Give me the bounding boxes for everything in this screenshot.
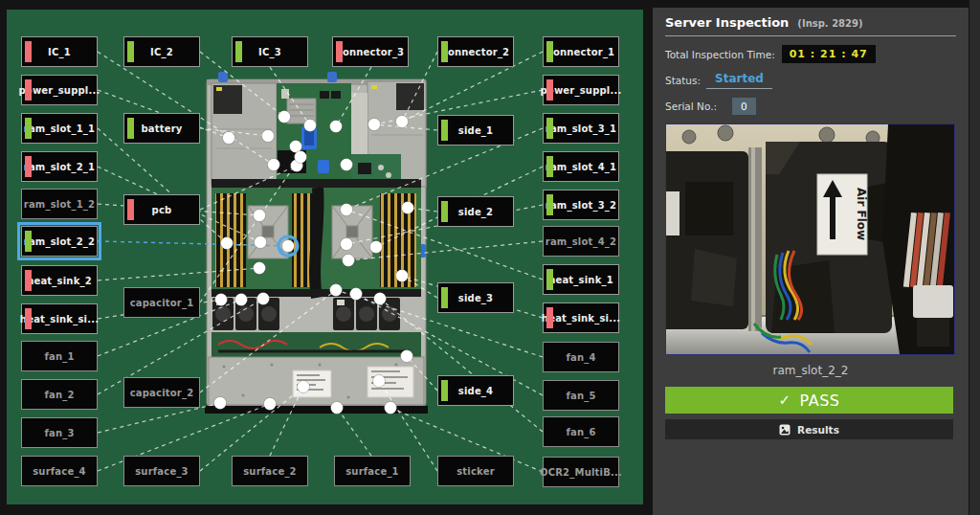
- inspection-point[interactable]: [298, 381, 310, 393]
- inspection-point[interactable]: [401, 350, 413, 363]
- component-label-OCR2_MultiB[interactable]: OCR2_MultiB...: [543, 457, 619, 487]
- inspection-point[interactable]: [396, 270, 409, 282]
- inspection-point[interactable]: [255, 236, 267, 249]
- component-label-ram_slot_3_2[interactable]: ram_slot_3_2: [543, 190, 619, 220]
- component-label-text: side_3: [458, 293, 493, 303]
- component-label-text: capacitor_1: [130, 298, 194, 308]
- results-button[interactable]: Results: [665, 419, 953, 439]
- component-label-ram_slot_4_1[interactable]: ram_slot_4_1: [543, 151, 619, 182]
- component-label-text: side_4: [458, 386, 493, 396]
- component-label-IC_3[interactable]: IC_3: [232, 36, 308, 67]
- component-label-heat_sink_2[interactable]: heat_sink_2: [21, 265, 98, 296]
- component-label-side_2[interactable]: side_2: [437, 196, 514, 227]
- component-label-heat_sink_si[interactable]: heat_sink_si...: [543, 302, 619, 333]
- inspection-point[interactable]: [214, 397, 227, 410]
- component-label-power_suppl[interactable]: power_suppl...: [543, 75, 619, 105]
- component-label-connector_1[interactable]: connector_1: [543, 36, 619, 67]
- component-label-surface_3[interactable]: surface_3: [123, 456, 200, 486]
- component-label-side_1[interactable]: side_1: [437, 115, 514, 146]
- component-label-surface_4[interactable]: surface_4: [21, 456, 98, 486]
- component-label-surface_1[interactable]: surface_1: [334, 456, 411, 486]
- svg-text:Air Flow: Air Flow: [855, 188, 868, 240]
- inspection-point[interactable]: [341, 238, 353, 251]
- status-row: Status: Started: [665, 72, 956, 89]
- inspection-point[interactable]: [402, 202, 414, 214]
- component-label-surface_2[interactable]: surface_2: [232, 456, 308, 486]
- component-label-IC_1[interactable]: IC_1: [21, 36, 98, 67]
- inspection-point[interactable]: [331, 402, 344, 414]
- inspection-point[interactable]: [278, 111, 291, 123]
- status-bar: [441, 201, 448, 222]
- component-label-battery[interactable]: battery: [123, 113, 200, 144]
- component-label-text: ram_slot_1_2: [24, 199, 95, 210]
- inspection-point[interactable]: [295, 151, 307, 164]
- status-bar: [25, 270, 32, 291]
- inspection-point[interactable]: [330, 121, 343, 133]
- component-label-text: connector_2: [442, 47, 510, 57]
- status-bar: [441, 287, 448, 308]
- inspection-point[interactable]: [268, 159, 280, 171]
- component-label-side_3[interactable]: side_3: [437, 282, 514, 313]
- inspection-point[interactable]: [215, 294, 228, 306]
- inspection-point[interactable]: [341, 159, 353, 171]
- component-label-text: ram_slot_3_2: [546, 200, 616, 211]
- component-label-text: fan_1: [44, 351, 74, 362]
- right-edge-strip: [969, 0, 980, 515]
- component-label-ram_slot_2_2[interactable]: ram_slot_2_2: [21, 226, 98, 257]
- inspection-point[interactable]: [330, 284, 343, 297]
- inspection-point[interactable]: [304, 120, 317, 132]
- component-label-side_4[interactable]: side_4: [437, 375, 514, 406]
- serial-value[interactable]: 0: [732, 98, 756, 115]
- inspection-point[interactable]: [262, 130, 275, 143]
- component-label-ram_slot_4_2[interactable]: ram_slot_4_2: [543, 226, 619, 257]
- component-label-fan_2[interactable]: fan_2: [21, 379, 98, 410]
- component-label-fan_4[interactable]: fan_4: [543, 342, 619, 372]
- component-label-connector_3[interactable]: connector_3: [332, 36, 409, 67]
- inspection-point[interactable]: [370, 241, 383, 254]
- component-label-fan_6[interactable]: fan_6: [543, 416, 619, 447]
- status-bar: [127, 41, 134, 62]
- inspection-point[interactable]: [396, 116, 409, 128]
- component-label-text: heat_sink_si...: [542, 313, 620, 324]
- component-label-ram_slot_1_1[interactable]: ram_slot_1_1: [21, 113, 98, 144]
- inspection-point[interactable]: [257, 293, 270, 305]
- inspection-point[interactable]: [343, 255, 355, 267]
- header-divider: [665, 35, 956, 36]
- component-label-fan_5[interactable]: fan_5: [543, 380, 619, 411]
- component-label-power_suppl[interactable]: power_suppl...: [21, 75, 98, 105]
- component-label-fan_1[interactable]: fan_1: [21, 341, 98, 371]
- inspection-point[interactable]: [341, 204, 353, 216]
- status-bar: [441, 380, 448, 401]
- inspection-point[interactable]: [368, 119, 381, 131]
- component-label-text: ram_slot_2_2: [24, 236, 95, 247]
- component-label-ram_slot_1_2[interactable]: ram_slot_1_2: [21, 189, 98, 219]
- component-label-ram_slot_3_1[interactable]: ram_slot_3_1: [543, 113, 619, 144]
- inspection-point[interactable]: [264, 398, 277, 411]
- inspection-point[interactable]: [374, 293, 387, 305]
- component-label-ram_slot_2_1[interactable]: ram_slot_2_1: [21, 151, 98, 182]
- inspection-point[interactable]: [223, 132, 235, 145]
- component-label-connector_2[interactable]: connector_2: [437, 36, 514, 67]
- status-value[interactable]: Started: [706, 72, 772, 89]
- inspection-point[interactable]: [254, 262, 266, 275]
- component-label-fan_3[interactable]: fan_3: [21, 417, 98, 448]
- inspection-point[interactable]: [235, 294, 248, 306]
- inspection-point[interactable]: [385, 402, 397, 414]
- component-label-pcb[interactable]: pcb: [123, 194, 200, 225]
- inspection-map-panel: IC_1power_suppl...ram_slot_1_1ram_slot_2…: [7, 10, 643, 504]
- inspection-point[interactable]: [221, 237, 234, 250]
- component-label-IC_2[interactable]: IC_2: [123, 36, 200, 67]
- component-label-capacitor_1[interactable]: capacitor_1: [123, 287, 200, 318]
- pass-button[interactable]: ✓ PASS: [665, 387, 953, 414]
- component-label-heat_sink_1[interactable]: heat_sink_1: [543, 264, 619, 295]
- inspection-point[interactable]: [373, 375, 386, 388]
- component-label-text: surface_2: [243, 466, 297, 477]
- inspection-number: (Insp. 2829): [797, 18, 862, 29]
- inspection-point[interactable]: [254, 210, 266, 222]
- component-label-capacitor_2[interactable]: capacitor_2: [123, 377, 200, 408]
- inspection-point[interactable]: [350, 288, 363, 301]
- inspection-point-selected[interactable]: [282, 240, 295, 253]
- component-label-sticker[interactable]: sticker: [437, 456, 514, 486]
- status-bar: [546, 307, 553, 328]
- component-label-heat_sink_si[interactable]: heat_sink_si...: [21, 303, 98, 334]
